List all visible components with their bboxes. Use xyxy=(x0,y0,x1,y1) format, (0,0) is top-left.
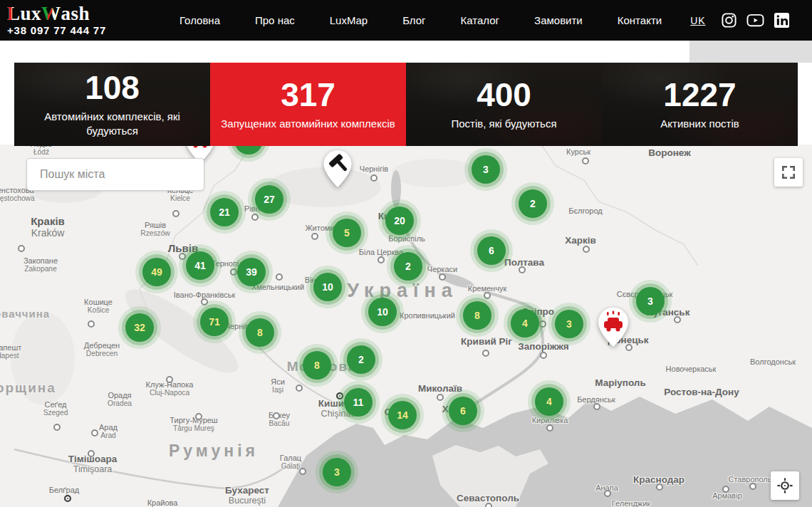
map-city-label: Тиргу-МурешTârgu Mureş xyxy=(170,416,217,432)
nav-item-4[interactable]: Блог xyxy=(402,14,425,26)
map-city-dot xyxy=(179,253,186,260)
cluster-marker[interactable]: 4 xyxy=(535,387,563,416)
sub-header-gray-block xyxy=(689,41,812,63)
stat-label: Постів, які будуються xyxy=(451,117,556,131)
logo-text: LuxWash xyxy=(7,4,158,23)
fullscreen-button[interactable] xyxy=(774,158,803,187)
language-switcher[interactable]: UK xyxy=(690,15,705,26)
cluster-marker[interactable]: 5 xyxy=(333,219,361,247)
cluster-marker[interactable]: 3 xyxy=(636,287,665,315)
stat-value: 400 xyxy=(477,78,531,112)
map-city-dot xyxy=(583,246,590,253)
youtube-icon[interactable] xyxy=(746,12,764,28)
map-city-dot xyxy=(88,320,95,328)
nav-item-5[interactable]: Каталог xyxy=(461,14,500,26)
logo-ash: ash xyxy=(61,3,90,24)
map-region-label: Угорщина xyxy=(0,380,56,396)
map-city-label: КошицеKošice xyxy=(84,298,113,314)
my-location-button[interactable] xyxy=(771,471,799,500)
map-city-label: Новочеркаськ xyxy=(666,365,717,373)
cluster-marker[interactable]: 32 xyxy=(125,313,154,342)
map-city-label: Севастополь xyxy=(457,493,519,503)
cluster-marker[interactable]: 6 xyxy=(477,236,506,265)
nav-item-6[interactable]: Замовити xyxy=(534,14,583,26)
cluster-marker[interactable]: 8 xyxy=(303,351,331,380)
nav-item-7[interactable]: Контакти xyxy=(618,14,662,26)
map-city-label: Кирилівка xyxy=(532,416,568,424)
cluster-marker[interactable]: 71 xyxy=(200,308,229,336)
carwash-pin[interactable] xyxy=(597,307,630,350)
cluster-marker[interactable]: 3 xyxy=(323,458,351,486)
stat-label: Автомийних комплексів, які будуються xyxy=(23,110,202,139)
map-city-label: ГалацGalaţi xyxy=(280,454,301,470)
map-city-label: Миколаїв xyxy=(418,383,462,394)
map-city-dot xyxy=(251,214,259,221)
nav-item-2[interactable]: Про нас xyxy=(255,14,295,26)
map-region-label: Україна xyxy=(347,280,458,302)
logo-letter-l: L xyxy=(7,4,21,23)
map-city-label: АрадArad xyxy=(99,423,118,439)
map-city-label: Черкаси xyxy=(427,265,457,273)
map-city-label: БудапештBudapest xyxy=(0,343,21,360)
search-input[interactable] xyxy=(26,158,204,191)
map-city-label: Бориспіль xyxy=(388,234,425,243)
phone-number[interactable]: +38 097 77 444 77 xyxy=(7,24,158,36)
construction-pin[interactable] xyxy=(322,150,353,191)
cluster-marker[interactable]: 3 xyxy=(555,310,583,338)
page: LuxWash +38 097 77 444 77 ГоловнаПро нас… xyxy=(0,0,812,507)
cluster-marker[interactable]: 10 xyxy=(313,273,342,301)
map-city-label: СеґедSzeged xyxy=(43,400,68,417)
cluster-marker[interactable]: 11 xyxy=(344,388,373,417)
map-city-label: Полтава xyxy=(504,257,544,268)
map-city-dot xyxy=(546,424,553,432)
map-city-label: ДебреценDebrecen xyxy=(84,341,120,357)
cluster-marker[interactable]: 6 xyxy=(449,397,477,425)
cluster-marker[interactable]: 10 xyxy=(368,298,397,326)
instagram-icon[interactable] xyxy=(721,12,737,28)
cluster-marker[interactable]: 20 xyxy=(385,207,414,235)
cluster-marker[interactable]: 14 xyxy=(388,401,417,429)
cluster-marker[interactable]: 2 xyxy=(519,189,547,218)
map-city-label: Кропивницький xyxy=(400,311,455,320)
cluster-marker[interactable]: 8 xyxy=(463,301,491,330)
map-canvas[interactable]: ЛодзьŁódźЧенстоховаCzęstochowaКельцеKiel… xyxy=(0,145,812,507)
city-search xyxy=(26,158,204,191)
map-city-label: Волгодонськ xyxy=(750,357,796,366)
cluster-marker[interactable]: 41 xyxy=(186,251,214,280)
map-city-label: КраківKraków xyxy=(31,215,65,239)
map-city-dot xyxy=(64,495,71,502)
fullscreen-icon xyxy=(782,166,795,179)
main-nav: ГоловнаПро насLuxMapБлогКаталогЗамовитиК… xyxy=(179,14,662,26)
map-city-label: Кривий Ріг xyxy=(461,336,512,347)
cluster-marker[interactable]: 21 xyxy=(210,198,239,226)
stat-value: 317 xyxy=(281,78,335,112)
nav-item-3[interactable]: LuxMap xyxy=(330,14,368,26)
cluster-marker[interactable]: 2 xyxy=(394,252,422,281)
linkedin-icon[interactable] xyxy=(774,12,790,28)
logo[interactable]: LuxWash +38 097 77 444 77 xyxy=(7,4,158,36)
map-city-dot xyxy=(91,429,98,437)
cluster-marker[interactable]: 8 xyxy=(246,318,274,347)
map-city-label: Армавір xyxy=(712,491,742,500)
stat-card-2: 317Запущених автомийних комплексів xyxy=(210,63,406,146)
map-city-label: Біла Церква xyxy=(359,248,403,256)
map-city-dot xyxy=(674,316,681,323)
map-city-label: БакеуBacău xyxy=(269,411,290,427)
stats-bar: 108Автомийних комплексів, які будуються3… xyxy=(14,63,798,146)
cluster-marker[interactable]: 2 xyxy=(347,345,375,374)
map-city-dot xyxy=(519,266,526,273)
cluster-marker[interactable]: 4 xyxy=(511,309,539,338)
map-city-dot xyxy=(485,503,492,507)
cluster-marker[interactable]: 49 xyxy=(142,258,171,286)
cluster-marker[interactable]: 39 xyxy=(237,258,266,286)
map-city-label: БухарестBucureşti xyxy=(225,485,269,506)
map-city-dot xyxy=(53,424,61,431)
map-city-dot xyxy=(582,157,589,164)
map-city-label: ОрадяOradea xyxy=(108,391,132,407)
cluster-marker[interactable]: 3 xyxy=(472,155,500,184)
map-city-label: Геленджик xyxy=(612,499,650,507)
cluster-marker[interactable]: 27 xyxy=(255,185,283,214)
nav-item-1[interactable]: Головна xyxy=(179,14,220,26)
map-city-label: Ставрополь xyxy=(728,475,771,484)
map-city-dot xyxy=(18,245,25,252)
